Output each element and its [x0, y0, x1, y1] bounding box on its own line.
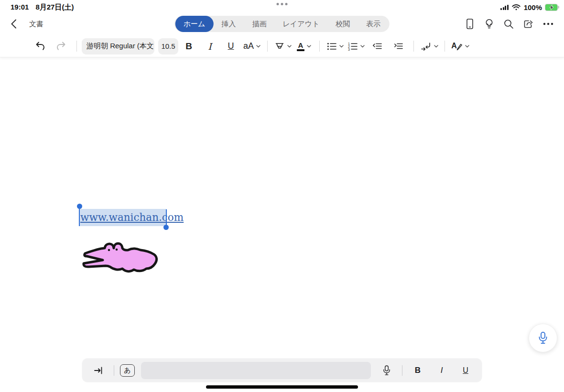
accessory-mic-button[interactable] [377, 361, 396, 380]
selection-end-handle[interactable] [163, 225, 169, 230]
inline-text-input[interactable] [141, 362, 371, 379]
more-ellipsis-button[interactable] [541, 21, 555, 27]
outdent-button[interactable] [367, 37, 388, 56]
chevron-down-icon [256, 45, 260, 48]
italic-button[interactable]: I [199, 37, 220, 56]
font-color-icon: A [297, 42, 304, 51]
selection-start-handle[interactable] [77, 204, 82, 209]
highlighter-icon [274, 42, 285, 51]
highlighter-button[interactable] [272, 37, 293, 56]
multitasking-dots-icon[interactable] [277, 3, 288, 5]
indent-icon [393, 42, 403, 51]
undo-button[interactable] [30, 37, 51, 56]
svg-text:3: 3 [348, 48, 350, 51]
line-break-icon [421, 42, 432, 51]
battery-charging-icon [545, 4, 557, 11]
line-break-button[interactable] [419, 37, 440, 56]
font-name-picker[interactable]: 游明朝 Regular (本文 [82, 38, 154, 54]
accessory-underline-button[interactable]: U [456, 361, 475, 380]
chevron-down-icon [339, 45, 344, 48]
format-pen-button[interactable]: A [450, 37, 471, 56]
accessory-italic-button[interactable]: I [432, 361, 451, 380]
tab-home[interactable]: ホーム [175, 16, 214, 32]
tab-key-icon [94, 366, 103, 375]
ribbon-tab-bar: ホーム 挿入 描画 レイアウト 校閲 表示 [174, 16, 390, 32]
crocodile-doodle[interactable] [82, 241, 160, 277]
text-selection[interactable]: www.wanichan.com [79, 209, 167, 226]
mic-icon [382, 365, 391, 376]
status-bar: 19:01 8月27日(土) 100% [0, 0, 564, 12]
home-indicator[interactable] [206, 385, 358, 389]
formatting-toolbar: 游明朝 Regular (本文 10.5 B I U aA A 1 2 3 [0, 35, 564, 57]
selection-start-bar[interactable] [79, 209, 80, 226]
document-canvas[interactable]: www.wanichan.com あ [0, 57, 564, 392]
mobile-view-button[interactable] [463, 16, 477, 32]
tab-review[interactable]: 校閲 [327, 16, 358, 32]
dictate-button[interactable] [529, 324, 557, 352]
text-effects-label: aA [243, 41, 254, 51]
search-button[interactable] [501, 17, 516, 32]
chevron-down-icon [307, 45, 311, 48]
tab-draw[interactable]: 描画 [244, 16, 274, 32]
redo-button[interactable] [51, 37, 72, 56]
back-button[interactable] [9, 17, 19, 31]
ime-toggle-key[interactable]: あ [120, 364, 135, 377]
numbered-list-button[interactable]: 1 2 3 [346, 37, 367, 56]
text-effects-button[interactable]: aA [241, 37, 262, 56]
battery-percent: 100% [524, 3, 542, 11]
wifi-icon [512, 4, 521, 11]
chevron-down-icon [465, 45, 469, 48]
cellular-signal-icon [500, 5, 509, 10]
bullet-list-icon [326, 42, 337, 51]
numbered-list-icon: 1 2 3 [347, 42, 358, 51]
bold-button[interactable]: B [178, 37, 199, 56]
share-button[interactable] [521, 17, 536, 32]
clock: 19:01 [11, 3, 29, 12]
date: 8月27日(土) [35, 3, 74, 12]
font-size-picker[interactable]: 10.5 [158, 38, 178, 54]
mic-icon [538, 331, 548, 345]
chevron-down-icon [360, 45, 365, 48]
indent-button[interactable] [388, 37, 409, 56]
underline-button[interactable]: U [220, 37, 241, 56]
document-title: 文書 [29, 20, 43, 29]
chevron-down-icon [287, 45, 292, 48]
tab-view[interactable]: 表示 [358, 16, 389, 32]
keyboard-accessory-bar: あ B I U [82, 359, 482, 382]
nav-bar: 文書 ホーム 挿入 描画 レイアウト 校閲 表示 [0, 12, 564, 35]
chevron-down-icon [434, 45, 438, 48]
tab-insert[interactable]: 挿入 [213, 16, 244, 32]
tab-layout[interactable]: レイアウト [274, 16, 327, 32]
font-color-button[interactable]: A [293, 37, 315, 56]
accessory-bold-button[interactable]: B [408, 361, 427, 380]
format-pen-icon: A [451, 42, 463, 51]
hyperlink-text[interactable]: www.wanichan.com [79, 209, 167, 226]
lightbulb-button[interactable] [482, 16, 497, 32]
bullet-list-button[interactable] [325, 37, 346, 56]
outdent-icon [372, 42, 382, 51]
tab-key-button[interactable] [89, 361, 108, 380]
